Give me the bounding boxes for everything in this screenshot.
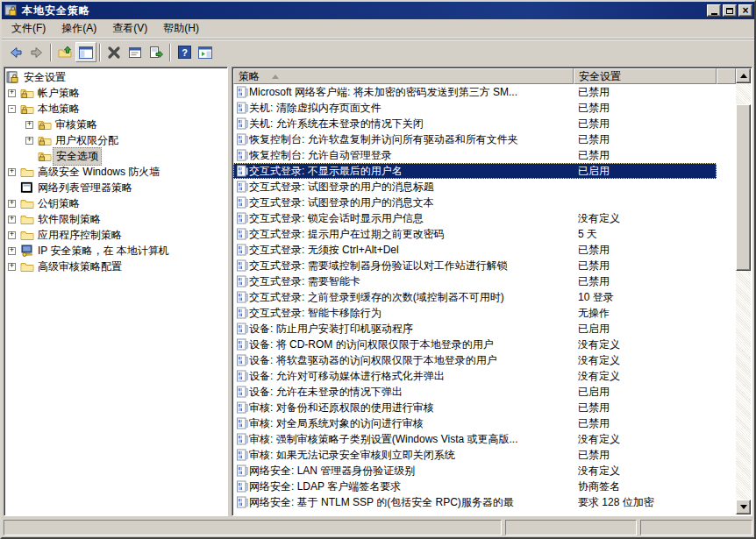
help-button[interactable]: ? <box>174 42 195 62</box>
policy-icon <box>233 133 249 145</box>
policy-setting: 已禁用 <box>574 116 717 131</box>
policy-row[interactable]: Microsoft 网络客户端: 将未加密的密码发送到第三方 SM...已禁用 <box>233 84 717 100</box>
policy-row[interactable]: 交互式登录: 智能卡移除行为无操作 <box>233 305 717 321</box>
column-header-policy-label: 策略 <box>239 69 260 84</box>
tree-item[interactable]: +IP 安全策略，在 本地计算机 <box>4 243 227 259</box>
policy-name: 设备: 将软盘驱动器的访问权限仅限于本地登录的用户 <box>249 353 497 368</box>
policy-row[interactable]: 审核: 强制审核策略子类别设置(Windows Vista 或更高版...没有定… <box>233 431 717 447</box>
expand-icon[interactable]: + <box>8 216 16 223</box>
folder-lock-icon <box>38 150 53 162</box>
tree-item[interactable]: +审核策略 <box>4 117 227 132</box>
policy-icon <box>233 228 249 240</box>
tree-item[interactable]: +高级审核策略配置 <box>4 259 227 274</box>
policy-row[interactable]: 交互式登录: 提示用户在过期之前更改密码5 天 <box>233 226 717 242</box>
policy-row[interactable]: 交互式登录: 试图登录的用户的消息标题 <box>233 179 717 195</box>
policy-row[interactable]: 关机: 清除虚拟内存页面文件已禁用 <box>233 100 717 116</box>
column-header-setting[interactable]: 安全设置 <box>574 68 717 84</box>
tree-item[interactable]: -本地策略 <box>4 101 227 117</box>
menu-help[interactable]: 帮助(H) <box>155 18 207 39</box>
policy-row[interactable]: 交互式登录: 需要域控制器身份验证以对工作站进行解锁已禁用 <box>233 258 717 273</box>
expand-icon[interactable]: + <box>8 89 16 97</box>
policy-row[interactable]: 交互式登录: 试图登录的用户的消息文本 <box>233 195 717 210</box>
policy-row[interactable]: 关机: 允许系统在未登录的情况下关闭已禁用 <box>233 116 717 131</box>
policy-name: 交互式登录: 提示用户在过期之前更改密码 <box>249 227 445 242</box>
policy-row[interactable]: 恢复控制台: 允许自动管理登录已禁用 <box>233 147 717 163</box>
delete-button[interactable] <box>103 42 125 62</box>
policy-row[interactable]: 网络安全: 基于 NTLM SSP 的(包括安全 RPC)服务器的最要求 128… <box>233 494 717 510</box>
policy-row[interactable]: 设备: 防止用户安装打印机驱动程序已启用 <box>233 321 717 337</box>
scroll-up-button[interactable] <box>736 68 751 83</box>
policy-row[interactable]: 设备: 将软盘驱动器的访问权限仅限于本地登录的用户没有定义 <box>233 352 717 368</box>
tree-item[interactable]: +公钥策略 <box>4 195 227 211</box>
menu-action[interactable]: 操作(A) <box>53 18 104 39</box>
tree-item[interactable]: 安全设置 <box>4 69 227 85</box>
scroll-up-icon <box>740 74 747 78</box>
policy-icon <box>233 291 249 303</box>
up-one-level-button[interactable] <box>54 42 75 62</box>
minimize-button[interactable] <box>707 4 721 17</box>
policy-row[interactable]: 交互式登录: 之前登录到缓存的次数(域控制器不可用时)10 登录 <box>233 289 717 305</box>
policy-icon <box>233 212 249 224</box>
tree-item-label: 软件限制策略 <box>35 211 103 228</box>
policy-row[interactable]: 审核: 对全局系统对象的访问进行审核已禁用 <box>233 415 717 431</box>
tree-item[interactable]: 安全选项 <box>4 148 227 164</box>
policy-setting: 已禁用 <box>574 400 717 415</box>
tree-item[interactable]: +软件限制策略 <box>4 211 227 227</box>
maximize-button[interactable] <box>723 4 737 17</box>
folder-icon <box>20 229 35 241</box>
properties-button[interactable] <box>125 42 146 62</box>
tree-item[interactable]: +应用程序控制策略 <box>4 227 227 243</box>
expand-icon[interactable]: + <box>8 247 16 255</box>
expand-icon[interactable]: + <box>8 200 16 208</box>
delete-icon <box>107 46 121 60</box>
policy-icon <box>233 307 249 319</box>
tree-item-label: 高级安全 Windows 防火墙 <box>35 164 162 181</box>
tree-item[interactable]: 网络列表管理器策略 <box>4 180 227 195</box>
policy-row[interactable]: 交互式登录: 锁定会话时显示用户信息没有定义 <box>233 210 717 226</box>
collapse-icon[interactable]: - <box>8 105 16 113</box>
policy-setting: 已启用 <box>574 321 717 337</box>
policy-row[interactable]: 交互式登录: 不显示最后的用户名已启用 <box>233 163 717 179</box>
policy-row[interactable]: 恢复控制台: 允许软盘复制并访问所有驱动器和所有文件夹已禁用 <box>233 131 717 147</box>
show-action-pane-button[interactable] <box>195 42 216 62</box>
policy-row[interactable]: 设备: 允许在未登录的情况下弹出已启用 <box>233 384 717 400</box>
expand-icon[interactable]: + <box>8 263 16 271</box>
show-console-tree-button[interactable] <box>75 42 96 62</box>
vertical-scrollbar[interactable] <box>736 68 751 514</box>
export-list-button[interactable] <box>146 42 167 62</box>
tree-item[interactable]: +帐户策略 <box>4 85 227 101</box>
policy-row[interactable]: 网络安全: LDAP 客户端签名要求协商签名 <box>233 479 717 494</box>
policy-row[interactable]: 审核: 对备份和还原权限的使用进行审核已禁用 <box>233 400 717 415</box>
column-header-policy[interactable]: 策略 <box>233 68 574 84</box>
scrollbar-thumb[interactable] <box>736 104 751 271</box>
forward-button[interactable] <box>26 42 47 62</box>
expand-icon[interactable]: + <box>8 231 16 239</box>
policy-setting: 已禁用 <box>574 100 717 116</box>
scrollbar-track[interactable] <box>736 83 751 500</box>
expand-icon[interactable]: + <box>8 168 16 176</box>
policy-name: 交互式登录: 需要智能卡 <box>249 274 360 289</box>
policy-name: 审核: 对全局系统对象的访问进行审核 <box>249 416 424 431</box>
title-bar[interactable]: 本地安全策略 × <box>2 2 754 19</box>
policy-icon <box>233 354 249 366</box>
policy-setting: 已启用 <box>574 163 717 179</box>
policy-row[interactable]: 设备: 将 CD-ROM 的访问权限仅限于本地登录的用户没有定义 <box>233 337 717 352</box>
policy-row[interactable]: 审核: 如果无法记录安全审核则立即关闭系统已禁用 <box>233 447 717 463</box>
tree-item[interactable]: +用户权限分配 <box>4 132 227 148</box>
back-button[interactable] <box>5 42 26 62</box>
expand-icon[interactable]: + <box>25 137 33 145</box>
policy-name: Microsoft 网络客户端: 将未加密的密码发送到第三方 SM... <box>249 85 517 100</box>
policy-row[interactable]: 交互式登录: 需要智能卡已禁用 <box>233 273 717 289</box>
policy-name: 恢复控制台: 允许软盘复制并访问所有驱动器和所有文件夹 <box>249 132 518 147</box>
tree-item[interactable]: +高级安全 Windows 防火墙 <box>4 164 227 180</box>
expand-icon[interactable]: + <box>25 121 33 129</box>
close-button[interactable]: × <box>738 4 752 17</box>
scroll-down-button[interactable] <box>736 500 751 514</box>
menu-view[interactable]: 查看(V) <box>104 18 155 39</box>
folder-icon <box>20 166 35 178</box>
policy-row[interactable]: 网络安全: LAN 管理器身份验证级别没有定义 <box>233 463 717 479</box>
policy-row[interactable]: 交互式登录: 无须按 Ctrl+Alt+Del已禁用 <box>233 242 717 258</box>
folder-lock-icon <box>20 87 35 99</box>
policy-row[interactable]: 设备: 允许对可移动媒体进行格式化并弹出没有定义 <box>233 368 717 384</box>
menu-file[interactable]: 文件(F) <box>4 18 53 39</box>
